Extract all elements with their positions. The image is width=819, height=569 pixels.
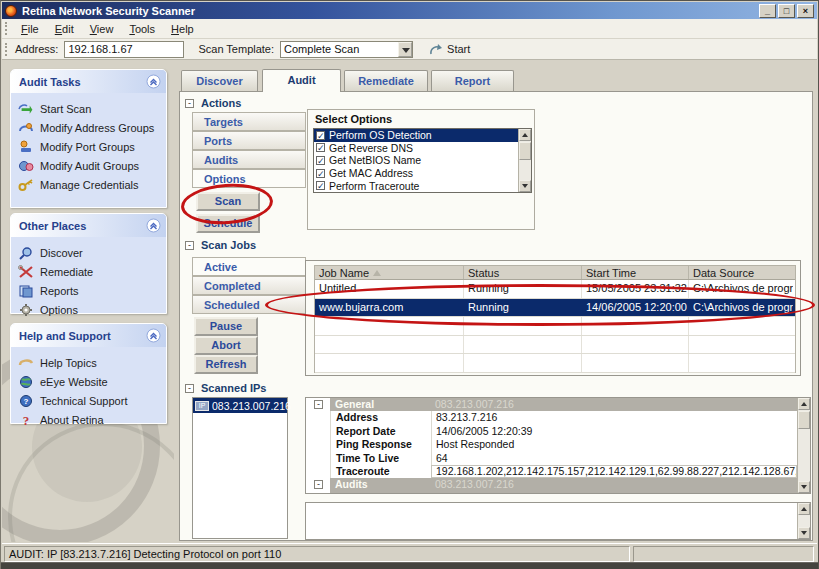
chevron-up-icon[interactable] [146, 74, 161, 89]
collapse-icon[interactable]: - [185, 384, 194, 393]
checkbox-checked-icon[interactable]: ✓ [316, 143, 325, 152]
collapse-icon[interactable]: - [314, 400, 323, 409]
ports-button[interactable]: Ports [192, 131, 306, 150]
sidebar-item-manage-credentials[interactable]: Manage Credentials [18, 178, 161, 191]
chevron-down-icon[interactable] [398, 42, 412, 57]
list-item-selected[interactable]: IP 083.213.007.216 [193, 398, 287, 413]
scrollbar[interactable] [797, 398, 810, 493]
options-icon [18, 303, 34, 317]
sidebar-item-modify-address-groups[interactable]: Modify Address Groups [18, 121, 161, 134]
options-button[interactable]: Options [192, 169, 306, 188]
scroll-up-icon[interactable] [798, 398, 810, 410]
completed-jobs-button[interactable]: Completed [192, 276, 306, 295]
sidebar-item-modify-audit-groups[interactable]: Modify Audit Groups [18, 159, 161, 172]
address-input[interactable] [64, 41, 184, 58]
list-item[interactable]: ✓ Perform OS Detection [314, 129, 531, 142]
sidebar-item-options[interactable]: Options [18, 303, 161, 316]
help-support-header[interactable]: Help and Support [11, 324, 166, 347]
audit-tasks-header[interactable]: Audit Tasks [11, 70, 166, 93]
list-item[interactable]: ✓ Get MAC Address [314, 167, 531, 180]
menu-help[interactable]: Help [163, 20, 202, 38]
close-button[interactable]: × [797, 4, 814, 18]
modify-port-groups-icon [18, 140, 34, 154]
minimize-button[interactable]: _ [759, 4, 776, 18]
other-places-panel: Other Places Discover [10, 213, 167, 314]
chevron-up-icon[interactable] [146, 328, 161, 343]
audits-button[interactable]: Audits [192, 150, 306, 169]
sidebar-item-discover[interactable]: Discover [18, 246, 161, 259]
scrollbar[interactable] [797, 503, 810, 539]
sidebar-item-reports[interactable]: Reports [18, 284, 161, 297]
scrollbar-thumb[interactable] [798, 411, 810, 429]
sidebar-item-help-topics[interactable]: Help Topics [18, 356, 161, 369]
scrollbar[interactable] [518, 129, 531, 192]
tab-discover[interactable]: Discover [181, 70, 258, 91]
active-jobs-button[interactable]: Active [192, 257, 306, 276]
table-row-empty [315, 354, 795, 373]
table-row-selected[interactable]: www.bujarra.com Running 14/06/2005 12:20… [315, 299, 795, 318]
scroll-down-icon[interactable] [519, 180, 531, 192]
collapse-icon[interactable]: - [185, 241, 194, 250]
sidebar-item-start-scan[interactable]: Start Scan [18, 102, 161, 115]
list-item[interactable]: ✓ Get NetBIOS Name [314, 154, 531, 167]
scroll-down-icon[interactable] [798, 527, 810, 539]
scheduled-jobs-button[interactable]: Scheduled [192, 295, 306, 314]
scan-notes-box[interactable] [305, 502, 811, 540]
sidebar-item-eeye-website[interactable]: eEye Website [18, 375, 161, 388]
checkbox-checked-icon[interactable]: ✓ [316, 131, 325, 140]
column-header-start-time[interactable]: Start Time [582, 266, 689, 279]
select-options-list[interactable]: ✓ Perform OS Detection ✓ Get Reverse DNS… [313, 128, 532, 193]
schedule-button[interactable]: Schedule [196, 214, 260, 233]
tab-report[interactable]: Report [431, 70, 514, 91]
scroll-up-icon[interactable] [519, 129, 531, 141]
menu-view[interactable]: View [82, 20, 122, 38]
menu-edit[interactable]: Edit [47, 20, 82, 38]
list-item[interactable]: ✓ Perform Traceroute [314, 179, 531, 192]
pause-button[interactable]: Pause [194, 317, 258, 336]
sidebar-item-remediate[interactable]: Remediate [18, 265, 161, 278]
sidebar-item-about-retina[interactable]: ? About Retina [18, 413, 161, 426]
detail-group-row[interactable]: - Machine 083.213.007.216 [306, 492, 797, 494]
scan-button[interactable]: Scan [196, 192, 260, 211]
help-topics-icon [18, 356, 34, 370]
scan-template-select[interactable]: Complete Scan [280, 41, 413, 58]
maximize-button[interactable]: □ [778, 4, 795, 18]
detail-group-row[interactable]: - General 083.213.007.216 [306, 398, 797, 411]
tab-remediate[interactable]: Remediate [344, 70, 428, 91]
scrollbar-thumb[interactable] [519, 142, 531, 160]
collapse-icon[interactable]: - [185, 99, 194, 108]
technical-support-icon: ? [18, 394, 34, 408]
menu-file[interactable]: File [13, 20, 47, 38]
scanned-ip-list[interactable]: IP 083.213.007.216 [192, 397, 288, 539]
targets-button[interactable]: Targets [192, 112, 306, 131]
scroll-down-icon[interactable] [798, 481, 810, 493]
start-button[interactable]: Start [425, 42, 474, 57]
detail-value: 64 [431, 452, 797, 465]
scroll-up-icon[interactable] [798, 503, 810, 515]
chevron-up-icon[interactable] [146, 218, 161, 233]
detail-group-row[interactable]: - Audits 083.213.007.216 [306, 478, 797, 491]
refresh-button[interactable]: Refresh [194, 355, 258, 374]
detail-value: 83.213.7.216 [431, 411, 797, 424]
audit-tasks-title: Audit Tasks [19, 76, 146, 88]
menu-tools[interactable]: Tools [121, 20, 163, 38]
abort-button[interactable]: Abort [194, 336, 258, 355]
tab-audit[interactable]: Audit [262, 69, 341, 92]
table-row[interactable]: Untitled Running 15/05/2005 23:31:32 C:\… [315, 280, 795, 299]
sidebar-item-label: Remediate [40, 266, 93, 278]
detail-value: 083.213.007.216 [431, 492, 797, 494]
sidebar-item-modify-port-groups[interactable]: Modify Port Groups [18, 140, 161, 153]
checkbox-checked-icon[interactable]: ✓ [316, 156, 325, 165]
checkbox-checked-icon[interactable]: ✓ [316, 169, 325, 178]
other-places-header[interactable]: Other Places [11, 214, 166, 237]
column-header-status[interactable]: Status [464, 266, 582, 279]
eeye-website-icon [18, 375, 34, 389]
column-header-job-name[interactable]: Job Name [315, 266, 464, 279]
list-item[interactable]: ✓ Get Reverse DNS [314, 142, 531, 155]
address-label: Address: [15, 43, 58, 55]
modify-address-groups-icon [18, 121, 34, 135]
column-header-data-source[interactable]: Data Source [689, 266, 793, 279]
sidebar-item-technical-support[interactable]: ? Technical Support [18, 394, 161, 407]
checkbox-checked-icon[interactable]: ✓ [316, 181, 325, 190]
collapse-icon[interactable]: - [314, 480, 323, 489]
